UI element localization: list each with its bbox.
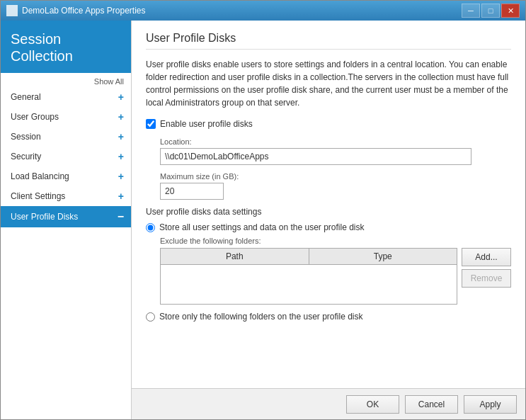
nav-label-user-profile-disks: User Profile Disks xyxy=(11,212,78,222)
table-header: Path Type xyxy=(161,249,457,265)
maximize-button[interactable]: □ xyxy=(481,4,500,18)
title-bar: DemoLab Office Apps Properties ─ □ ✕ xyxy=(1,1,525,21)
nav-icon-general: + xyxy=(118,91,124,103)
nav-icon-load-balancing: + xyxy=(118,171,124,182)
store-all-label: Store all user settings and data on the … xyxy=(159,222,365,232)
remove-button[interactable]: Remove xyxy=(462,269,511,288)
data-settings-label: User profile disks data settings xyxy=(146,207,511,217)
sidebar-title: Session Collection xyxy=(11,30,121,64)
sidebar-item-load-balancing[interactable]: Load Balancing + xyxy=(1,166,131,186)
max-size-input[interactable] xyxy=(160,183,224,200)
nav-icon-user-profile-disks: − xyxy=(118,210,124,223)
nav-icon-client-settings: + xyxy=(118,191,124,202)
sidebar-item-client-settings[interactable]: Client Settings + xyxy=(1,186,131,206)
svg-rect-0 xyxy=(8,6,16,15)
store-only-radio[interactable] xyxy=(146,312,155,322)
app-icon xyxy=(6,5,18,16)
window-controls: ─ □ ✕ xyxy=(462,4,520,18)
minimize-button[interactable]: ─ xyxy=(462,4,480,18)
section-title: User Profile Disks xyxy=(146,32,511,50)
table-buttons: Add... Remove xyxy=(462,248,511,305)
sidebar-header: Session Collection xyxy=(1,21,131,73)
nav-label-user-groups: User Groups xyxy=(11,112,59,122)
enable-checkbox-row: Enable user profile disks xyxy=(146,119,511,129)
window-title: DemoLab Office Apps Properties xyxy=(22,6,146,16)
location-field-group: Location: xyxy=(160,137,511,165)
close-button[interactable]: ✕ xyxy=(501,4,520,18)
description-text: User profile disks enable users to store… xyxy=(146,58,511,109)
content-area: User Profile Disks User profile disks en… xyxy=(132,21,525,419)
table-body xyxy=(161,265,457,304)
radio-store-only-row: Store only the following folders on the … xyxy=(146,312,511,322)
location-label: Location: xyxy=(160,137,511,146)
nav-icon-security: + xyxy=(118,151,124,162)
store-all-radio[interactable] xyxy=(146,223,155,232)
show-all-label: Show All xyxy=(1,73,131,87)
col-header-path: Path xyxy=(161,249,309,264)
nav-label-client-settings: Client Settings xyxy=(11,191,65,201)
sidebar-item-user-profile-disks[interactable]: User Profile Disks − xyxy=(1,206,131,227)
enable-upd-checkbox[interactable] xyxy=(146,119,156,129)
nav-label-security: Security xyxy=(11,152,41,161)
max-size-label: Maximum size (in GB): xyxy=(160,172,511,181)
exclude-folders-table: Path Type xyxy=(160,248,457,305)
button-bar: OK Cancel Apply xyxy=(132,388,525,419)
apply-button[interactable]: Apply xyxy=(464,395,517,414)
nav-icon-user-groups: + xyxy=(118,111,124,123)
radio-group: Store all user settings and data on the … xyxy=(146,222,511,322)
content-scroll[interactable]: User Profile Disks User profile disks en… xyxy=(132,21,525,388)
store-only-label: Store only the following folders on the … xyxy=(159,312,363,322)
nav-label-load-balancing: Load Balancing xyxy=(11,171,69,181)
sidebar-item-general[interactable]: General + xyxy=(1,87,131,107)
sidebar-item-session[interactable]: Session + xyxy=(1,127,131,147)
add-button[interactable]: Add... xyxy=(462,248,511,266)
exclude-label: Exclude the following folders: xyxy=(160,237,511,245)
nav-label-session: Session xyxy=(11,132,41,142)
svg-rect-1 xyxy=(9,8,15,10)
exclude-folders-section: Exclude the following folders: Path Type xyxy=(160,237,511,305)
title-bar-left: DemoLab Office Apps Properties xyxy=(6,5,146,16)
ok-button[interactable]: OK xyxy=(346,395,399,414)
radio-store-all-row: Store all user settings and data on the … xyxy=(146,222,511,232)
col-header-type: Type xyxy=(309,249,457,264)
nav-icon-session: + xyxy=(118,131,124,142)
cancel-button[interactable]: Cancel xyxy=(405,395,458,414)
table-with-buttons: Path Type Add... Remove xyxy=(160,248,511,305)
nav-label-general: General xyxy=(11,92,41,102)
sidebar-item-user-groups[interactable]: User Groups + xyxy=(1,107,131,127)
location-input[interactable] xyxy=(160,148,471,165)
enable-upd-label: Enable user profile disks xyxy=(160,119,253,129)
sidebar-nav: General + User Groups + Session + Securi… xyxy=(1,87,131,419)
main-window: DemoLab Office Apps Properties ─ □ ✕ Ses… xyxy=(0,0,526,420)
main-content: Session Collection Show All General + Us… xyxy=(1,21,525,419)
sidebar: Session Collection Show All General + Us… xyxy=(1,21,132,419)
max-size-field-group: Maximum size (in GB): xyxy=(160,172,511,200)
sidebar-item-security[interactable]: Security + xyxy=(1,147,131,166)
